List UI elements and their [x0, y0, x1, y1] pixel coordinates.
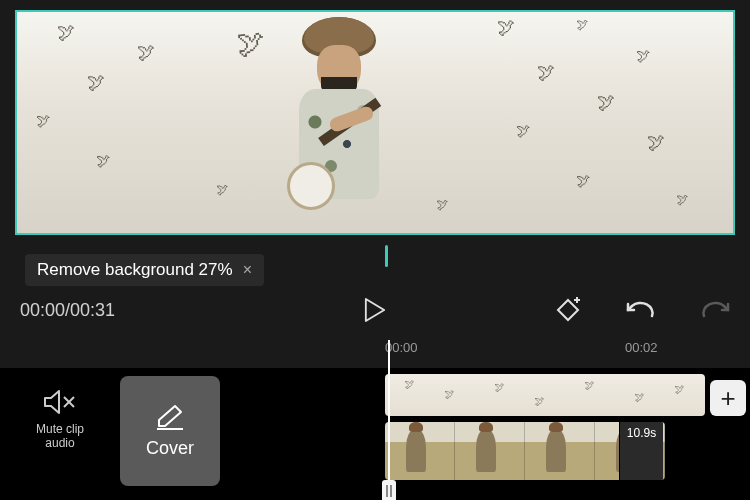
keyframe-icon	[554, 296, 582, 324]
playhead-marker-top	[385, 245, 388, 267]
speaker-mute-icon	[43, 388, 77, 416]
undo-button[interactable]	[626, 298, 656, 322]
playback-controls-row: 00:00/00:31	[20, 290, 730, 330]
bottom-toolbar: Mute clip audio Cover 🕊 🕊 🕊 🕊 🕊 🕊 🕊 +	[0, 368, 750, 500]
progress-close-button[interactable]: ×	[243, 261, 252, 279]
clip-thumbnail	[525, 422, 595, 480]
cover-label: Cover	[146, 438, 194, 459]
play-button[interactable]	[364, 297, 386, 323]
mute-label-line1: Mute clip	[36, 422, 84, 436]
timeline-tracks[interactable]: 🕊 🕊 🕊 🕊 🕊 🕊 🕊 + 10.9s	[245, 374, 750, 484]
timeline-playhead[interactable]	[388, 340, 390, 495]
pencil-edit-icon	[155, 404, 185, 430]
clip-duration-badge: 10.9s	[619, 422, 663, 480]
timeline-playhead-handle[interactable]	[382, 480, 396, 500]
keyframe-button[interactable]	[554, 296, 582, 324]
preview-subject	[269, 17, 409, 235]
time-display: 00:00/00:31	[20, 300, 115, 321]
background-removal-progress: Remove background 27% ×	[25, 254, 264, 286]
clip-thumbnail	[385, 422, 455, 480]
timeline-clip-background[interactable]: 🕊 🕊 🕊 🕊 🕊 🕊 🕊	[385, 374, 705, 416]
timeline-track-overlay[interactable]: 🕊 🕊 🕊 🕊 🕊 🕊 🕊 +	[245, 374, 750, 416]
mute-clip-audio-button[interactable]: Mute clip audio	[0, 368, 120, 450]
redo-icon	[700, 298, 730, 322]
mute-label-line2: audio	[36, 436, 84, 450]
progress-label: Remove background 27%	[37, 260, 233, 280]
ruler-tick-1: 00:02	[625, 340, 658, 355]
clip-thumbnail	[455, 422, 525, 480]
redo-button[interactable]	[700, 298, 730, 322]
video-preview[interactable]: 🕊 🕊 🕊 🕊 🕊 🕊 🕊 🕊 🕊 🕊 🕊 🕊 🕊 🕊 🕊 🕊 🕊	[15, 10, 735, 235]
timeline-clip-main[interactable]: 10.9s	[385, 422, 665, 480]
add-clip-button[interactable]: +	[710, 380, 746, 416]
undo-icon	[626, 298, 656, 322]
timeline-track-main[interactable]: 10.9s	[245, 422, 750, 480]
plus-icon: +	[720, 383, 735, 414]
preview-frame: 🕊 🕊 🕊 🕊 🕊 🕊 🕊 🕊 🕊 🕊 🕊 🕊 🕊 🕊 🕊 🕊 🕊	[15, 10, 735, 235]
play-icon	[364, 297, 386, 323]
cover-button[interactable]: Cover	[120, 376, 220, 486]
timeline-ruler[interactable]: 00:00 00:02	[245, 340, 750, 360]
